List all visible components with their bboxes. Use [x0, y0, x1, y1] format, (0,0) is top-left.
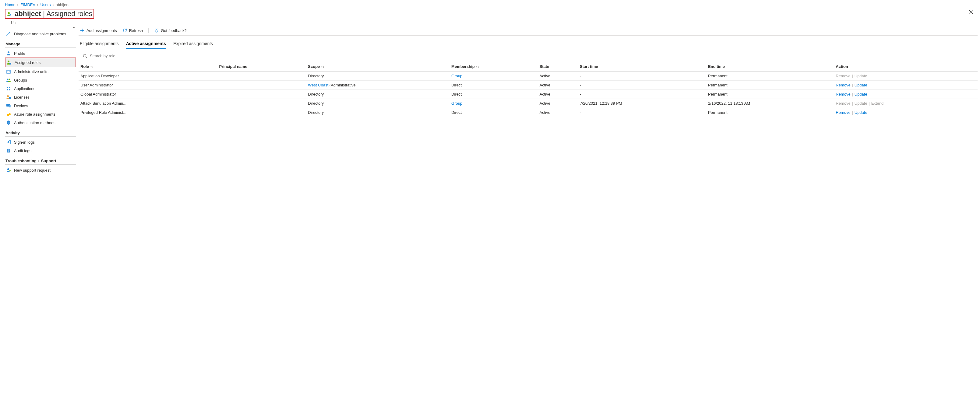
sidebar-item-administrative-units[interactable]: Administrative units: [5, 67, 76, 76]
column-scope[interactable]: Scope↑↓: [306, 62, 450, 71]
sidebar-item-groups[interactable]: Groups: [5, 76, 76, 84]
remove-action[interactable]: Remove: [836, 110, 850, 115]
cell-principal-name: [217, 81, 306, 90]
cell-start-time: -: [578, 90, 706, 99]
cell-role: Attack Simulation Admin...: [79, 99, 217, 108]
command-bar: Add assignments Refresh Got feedback?: [79, 25, 978, 36]
chevron-right-icon: ›: [18, 2, 19, 7]
collapse-sidebar-button[interactable]: «: [5, 25, 76, 30]
applications-icon: [6, 86, 11, 91]
search-input[interactable]: [89, 53, 974, 59]
cell-scope: Directory: [306, 90, 450, 99]
administrative-units-icon: [6, 69, 11, 74]
column-start-time[interactable]: Start time: [578, 62, 706, 71]
more-button[interactable]: ···: [96, 11, 105, 17]
sidebar-item-diagnose[interactable]: Diagnose and solve problems: [5, 30, 76, 38]
breadcrumb-item: abhijeet: [56, 2, 70, 7]
sidebar-item-label: Licenses: [14, 95, 30, 100]
svg-rect-7: [8, 71, 8, 72]
column-action[interactable]: Action: [834, 62, 978, 71]
tab-active-assignments[interactable]: Active assignments: [126, 40, 166, 49]
update-action[interactable]: Update: [854, 92, 867, 97]
tab-expired-assignments[interactable]: Expired assignments: [173, 40, 213, 49]
sidebar-item-applications[interactable]: Applications: [5, 84, 76, 93]
new-support-request-icon: [6, 168, 11, 173]
chevron-right-icon: ›: [52, 2, 54, 7]
cell-membership: Group: [450, 99, 538, 108]
tab-eligible-assignments[interactable]: Eligible assignments: [80, 40, 119, 49]
chevron-right-icon: ›: [37, 2, 38, 7]
table-row: Application DeveloperDirectoryGroupActiv…: [79, 71, 978, 81]
svg-point-9: [7, 79, 8, 80]
sidebar-item-audit-logs[interactable]: Audit logs: [5, 146, 76, 155]
sidebar-item-azure-role-assignments[interactable]: Azure role assignments: [5, 110, 76, 118]
breadcrumb-item[interactable]: Home: [5, 2, 16, 7]
cell-action: RemoveUpdate: [834, 81, 978, 90]
breadcrumb-item[interactable]: FIMDEV: [21, 2, 35, 7]
svg-rect-16: [9, 97, 11, 99]
column-label: Action: [836, 64, 848, 69]
membership-link[interactable]: Group: [451, 101, 462, 106]
cell-principal-name: [217, 90, 306, 99]
breadcrumb-item[interactable]: Users: [40, 2, 51, 7]
sidebar-item-authentication-methods[interactable]: Authentication methods: [5, 118, 76, 127]
cell-scope: West Coast (Administrative: [306, 81, 450, 90]
refresh-button[interactable]: Refresh: [123, 28, 143, 33]
column-principal-name[interactable]: Principal name: [217, 62, 306, 71]
sidebar: « Diagnose and solve problems ManageProf…: [0, 25, 79, 174]
sidebar-item-licenses[interactable]: Licenses: [5, 93, 76, 102]
table-row: Global AdministratorDirectoryDirectActiv…: [79, 90, 978, 99]
command-separator: [148, 28, 149, 33]
cell-principal-name: [217, 108, 306, 117]
profile-icon: [6, 51, 11, 56]
sidebar-item-label: Azure role assignments: [14, 112, 56, 117]
assigned-roles-icon: [7, 60, 11, 65]
column-state[interactable]: State: [538, 62, 578, 71]
cell-end-time: Permanent: [706, 90, 834, 99]
azure-role-assignments-icon: [6, 112, 11, 117]
sidebar-item-label: Devices: [14, 103, 28, 108]
cell-start-time: -: [578, 81, 706, 90]
cell-role: User Administrator: [79, 81, 217, 90]
column-role[interactable]: Role↑↓: [79, 62, 217, 71]
update-action: Update: [854, 74, 867, 78]
feedback-button[interactable]: Got feedback?: [154, 28, 187, 33]
membership-link[interactable]: Group: [451, 74, 462, 78]
scope-link[interactable]: West Coast: [308, 83, 328, 87]
plus-icon: [80, 28, 85, 33]
cell-state: Active: [538, 90, 578, 99]
remove-action[interactable]: Remove: [836, 92, 850, 97]
update-action[interactable]: Update: [854, 110, 867, 115]
remove-action[interactable]: Remove: [836, 83, 850, 87]
tabs: Eligible assignmentsActive assignmentsEx…: [79, 36, 978, 49]
cell-action: RemoveUpdateExtend: [834, 99, 978, 108]
column-label: Scope: [308, 64, 320, 69]
svg-point-0: [8, 12, 10, 14]
column-end-time[interactable]: End time: [706, 62, 834, 71]
search-by-role[interactable]: [80, 52, 976, 60]
cell-state: Active: [538, 108, 578, 117]
svg-rect-18: [9, 105, 11, 108]
add-assignments-button[interactable]: Add assignments: [80, 28, 117, 33]
table-row: Attack Simulation Admin...DirectoryGroup…: [79, 99, 978, 108]
cell-end-time: Permanent: [706, 71, 834, 81]
cell-principal-name: [217, 99, 306, 108]
signin-logs-icon: [6, 140, 11, 144]
sidebar-item-profile[interactable]: Profile: [5, 49, 76, 57]
extend-action: Extend: [871, 101, 883, 106]
sidebar-item-label: Authentication methods: [14, 121, 56, 125]
svg-point-4: [8, 60, 10, 62]
search-icon: [83, 54, 88, 59]
cell-principal-name: [217, 71, 306, 81]
close-button[interactable]: [967, 9, 975, 16]
svg-point-15: [7, 95, 9, 97]
sidebar-item-signin-logs[interactable]: Sign-in logs: [5, 138, 76, 146]
svg-point-10: [9, 79, 10, 80]
refresh-label: Refresh: [129, 28, 143, 33]
sidebar-item-devices[interactable]: Devices: [5, 102, 76, 110]
sidebar-item-assigned-roles[interactable]: Assigned roles: [5, 57, 76, 67]
cell-state: Active: [538, 99, 578, 108]
update-action[interactable]: Update: [854, 83, 867, 87]
sidebar-item-new-support-request[interactable]: New support request: [5, 166, 76, 174]
column-membership[interactable]: Membership↑↓: [450, 62, 538, 71]
